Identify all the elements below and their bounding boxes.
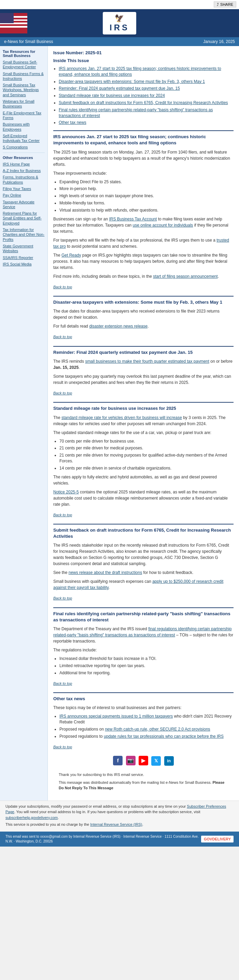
social-bar: f 📷 ▶ 𝕏 in — [53, 751, 234, 768]
article-1-title: IRS announces Jan. 27 start to 2025 tax … — [53, 134, 234, 146]
sidebar-link-forms[interactable]: Small Business Forms & Instructions — [3, 71, 45, 81]
special-payments-link[interactable]: IRS announces special payments issued to… — [59, 714, 173, 719]
share-bar: ⤴ SHARE — [0, 0, 239, 9]
back-to-top-7[interactable]: Back to top — [53, 744, 72, 750]
page-header: 🦅 IRS — [0, 9, 239, 37]
main-content: Issue Number: 2025-01 Inside This Issue … — [48, 46, 239, 800]
sidebar: Tax Resources for Small Business Small B… — [0, 46, 48, 800]
notice-2025-link[interactable]: Notice 2025-5 — [53, 490, 79, 495]
sidebar-link-irshome[interactable]: IRS Home Page — [3, 162, 45, 167]
twitter-icon[interactable]: 𝕏 — [151, 756, 161, 766]
article-5-para-3: Small business with qualifying research … — [53, 578, 234, 591]
article-6-title: Final rules identifying certain partners… — [53, 611, 234, 623]
online-account-link[interactable]: use online account for individuals — [133, 223, 193, 228]
instagram-icon[interactable]: 📷 — [126, 756, 135, 765]
article-4-para-3: The rates apply to fully electric and hy… — [53, 474, 234, 486]
thank-you-line1: Thank you for subscribing to this IRS em… — [59, 772, 228, 778]
toc-item: IRS announces Jan. 27 start to 2025 tax … — [59, 66, 234, 78]
toc-link-4[interactable]: Standard mileage rate for business use i… — [59, 93, 165, 98]
back-to-top-5[interactable]: Back to top — [53, 595, 72, 601]
article-7-bullets: IRS announces special payments issued to… — [59, 713, 234, 739]
issue-date: January 16, 2025 — [203, 39, 235, 44]
article-6-para-1: The Department of the Treasury and the I… — [53, 626, 234, 644]
payroll-credit-link[interactable]: apply up to $250,000 of research credit … — [53, 579, 223, 590]
toc-link-2[interactable]: Disaster-area taxpayers with extensions:… — [59, 79, 205, 84]
facebook-icon[interactable]: f — [113, 756, 123, 765]
sidebar-link-efile[interactable]: E-File Employment Tax Forms — [3, 111, 45, 121]
sidebar-link-selfemployed[interactable]: Self-Employed Individuals Tax Center — [3, 134, 45, 143]
sidebar-link-selfemployment[interactable]: Small Business Self-Employment Center — [3, 60, 45, 70]
sidebar-link-azindex[interactable]: A-Z Index for Business — [3, 168, 45, 173]
sidebar-link-socialmedia[interactable]: IRS Social Media — [3, 262, 45, 267]
back-to-top-2[interactable]: Back to top — [53, 334, 72, 340]
back-to-top-6[interactable]: Back to top — [53, 681, 72, 687]
list-item: 21 cents per mile driven for medical pur… — [59, 445, 234, 451]
article-6-bullets: Increased dollar threshold for basis inc… — [59, 656, 234, 676]
sidebar-link-taxpayeradvocate[interactable]: Taxpayer Advocate Service — [3, 200, 45, 210]
disaster-extension-link[interactable]: disaster extension news release — [89, 324, 148, 329]
footer-top: Update your subscriptions, modify your p… — [0, 800, 239, 832]
filing-season-announcement-link[interactable]: start of filing season announcement — [153, 274, 217, 279]
sidebar-divider — [3, 153, 45, 153]
sidebar-link-workshops[interactable]: Small Business Tax Workshops, Meetings a… — [3, 83, 45, 97]
list-item: 21 cents per mile driven for moving purp… — [59, 452, 234, 464]
back-to-top-1[interactable]: Back to top — [53, 284, 72, 290]
back-to-top-4[interactable]: Back to top — [53, 512, 72, 518]
sidebar-link-retirement[interactable]: Retirement Plans for Small Entities and … — [3, 211, 45, 226]
youtube-icon[interactable]: ▶ — [139, 756, 148, 765]
article-4-para-1: The standard mileage rate for vehicles d… — [53, 415, 234, 427]
irs-wordmark: IRS — [110, 23, 129, 32]
list-item: Virtual assistants to help with refunds,… — [59, 207, 234, 213]
sidebar-link-scorps[interactable]: S Corporations — [3, 145, 45, 150]
toc-link-3[interactable]: Reminder: Final 2024 quarterly estimated… — [59, 86, 180, 91]
list-item: 14 cents per mile driven in service of c… — [59, 465, 234, 471]
eagle-icon: 🦅 — [115, 14, 124, 23]
tax-professionals-link[interactable]: update rules for tax professionals who c… — [104, 734, 224, 739]
roth-catchup-link[interactable]: new Roth catch-up rule, other SECURE 2.0… — [105, 727, 210, 732]
main-layout: Tax Resources for Small Business Small B… — [0, 46, 239, 800]
toc-link-1[interactable]: IRS announces Jan. 27 start to 2025 tax … — [59, 66, 221, 77]
subscriber-help-link[interactable]: subscriberhelp.govdelivery.com — [5, 816, 58, 819]
final-regulations-link[interactable]: final regulations identifying certain pa… — [53, 627, 231, 637]
irs-link[interactable]: Internal Revenue Service (IRS) — [90, 822, 142, 826]
article-2-title: Disaster-area taxpayers with extensions:… — [53, 299, 234, 305]
toc-link-6[interactable]: Final rules identifying certain partners… — [59, 108, 213, 118]
linkedin-icon[interactable]: in — [164, 756, 174, 766]
list-item: More in-person help. — [59, 186, 234, 192]
draft-instructions-link[interactable]: news release about the draft instruction… — [69, 570, 142, 575]
govdelivery-logo: GOVDELIVERY — [201, 836, 234, 843]
delivery-text: DELIVERY — [212, 837, 231, 841]
list-item: Proposed regulations on new Roth catch-u… — [59, 727, 234, 732]
table-of-contents: IRS announces Jan. 27 start to 2025 tax … — [59, 66, 234, 126]
back-to-top-3[interactable]: Back to top — [53, 390, 72, 396]
sidebar-link-formspubs[interactable]: Forms, Instructions & Publications — [3, 175, 45, 185]
article-4: Standard mileage rate for business use i… — [53, 402, 234, 519]
article-5: Submit feedback on draft instructions fo… — [53, 524, 234, 603]
subscriber-prefs-link[interactable]: Subscriber Preferences Page — [5, 804, 226, 814]
list-item: IRS announces special payments issued to… — [59, 713, 234, 725]
irs-logo-container: 🦅 IRS — [27, 9, 212, 37]
small-biz-link[interactable]: small businesses to make their fourth qu… — [85, 359, 209, 364]
sidebar-link-ssairs[interactable]: SSA/IRS Reporter — [3, 255, 45, 260]
get-ready-link[interactable]: Get Ready — [61, 253, 81, 258]
article-5-para-1: The IRS needs stakeholder input on the r… — [53, 542, 234, 567]
sidebar-link-stategov[interactable]: State Government Websites — [3, 243, 45, 253]
sidebar-link-charities[interactable]: Tax Information for Charities and Other … — [3, 227, 45, 242]
mileage-rate-link[interactable]: standard mileage rate for vehicles drive… — [61, 415, 182, 420]
article-4-body: The standard mileage rate for vehicles d… — [53, 415, 234, 519]
share-button[interactable]: ⤴ SHARE — [214, 2, 236, 8]
toc-link-5[interactable]: Submit feedback on draft instructions fo… — [59, 100, 228, 105]
sidebar-link-employees[interactable]: Businesses with Employees — [3, 122, 45, 132]
trusted-tax-pro-link[interactable]: trusted tax pro — [53, 238, 229, 249]
article-4-para-4: Notice 2025-5 contains the optional 2025… — [53, 489, 234, 508]
newsletter-title: e-News for Small Business — [4, 39, 53, 44]
sidebar-link-payonline[interactable]: Pay Online — [3, 193, 45, 197]
sidebar-link-filingtaxes[interactable]: Filing Your Taxes — [3, 186, 45, 191]
sub-header: e-News for Small Business January 16, 20… — [0, 37, 239, 46]
article-3-para-2: Some taxpayers who pay quarterly may ove… — [53, 373, 234, 386]
article-1-para-6: Find more info, including details on the… — [53, 273, 234, 280]
irs-biz-account-link[interactable]: IRS Business Tax Account — [109, 217, 157, 221]
toc-link-7[interactable]: Other tax news — [59, 120, 86, 125]
sidebar-link-webinars[interactable]: Webinars for Small Businesses — [3, 99, 45, 109]
article-7: Other tax news These topics may be of in… — [53, 692, 234, 751]
